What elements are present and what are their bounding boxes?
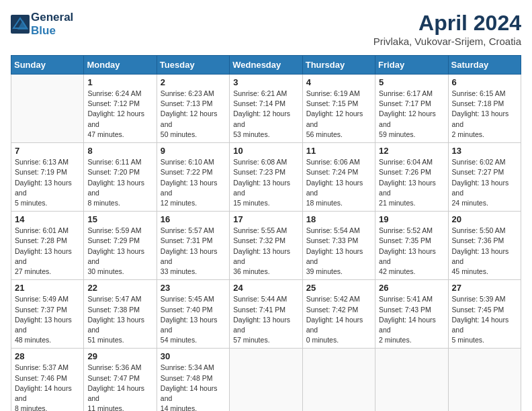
weekday-header-friday: Friday [375,56,448,75]
calendar-cell: 16Sunrise: 5:57 AMSunset: 7:31 PMDayligh… [157,212,229,280]
day-number: 16 [161,214,226,224]
day-detail: Sunrise: 5:44 AMSunset: 7:41 PMDaylight:… [233,294,298,345]
calendar-cell: 10Sunrise: 6:08 AMSunset: 7:23 PMDayligh… [230,143,302,212]
calendar-cell: 11Sunrise: 6:06 AMSunset: 7:24 PMDayligh… [302,143,375,212]
day-detail: Sunrise: 6:08 AMSunset: 7:23 PMDaylight:… [233,157,298,208]
day-detail: Sunrise: 6:11 AMSunset: 7:20 PMDaylight:… [87,157,152,208]
calendar-header-row: SundayMondayTuesdayWednesdayThursdayFrid… [11,56,521,75]
day-number: 18 [306,214,371,224]
day-number: 17 [233,214,298,224]
day-detail: Sunrise: 6:06 AMSunset: 7:24 PMDaylight:… [306,157,371,208]
calendar-cell [375,349,448,411]
day-detail: Sunrise: 6:02 AMSunset: 7:27 PMDaylight:… [452,157,517,208]
weekday-header-saturday: Saturday [448,56,521,75]
logo-text: General Blue [31,11,73,37]
page-header: General Blue April 2024 Privlaka, Vukova… [11,11,521,47]
weekday-header-wednesday: Wednesday [230,56,302,75]
day-detail: Sunrise: 5:41 AMSunset: 7:43 PMDaylight:… [379,294,444,345]
day-number: 21 [15,283,80,293]
title-section: April 2024 Privlaka, Vukovar-Srijem, Cro… [373,11,521,47]
day-detail: Sunrise: 5:37 AMSunset: 7:46 PMDaylight:… [15,363,80,411]
day-number: 25 [306,283,371,293]
calendar-cell: 5Sunrise: 6:17 AMSunset: 7:17 PMDaylight… [375,75,448,143]
calendar-week-row: 21Sunrise: 5:49 AMSunset: 7:37 PMDayligh… [11,280,521,349]
day-number: 28 [15,351,80,361]
day-detail: Sunrise: 6:13 AMSunset: 7:19 PMDaylight:… [15,157,80,208]
calendar-cell: 29Sunrise: 5:36 AMSunset: 7:47 PMDayligh… [84,349,157,411]
day-number: 29 [87,351,152,361]
calendar-table: SundayMondayTuesdayWednesdayThursdayFrid… [11,55,521,411]
day-detail: Sunrise: 6:17 AMSunset: 7:17 PMDaylight:… [379,89,444,140]
day-detail: Sunrise: 5:54 AMSunset: 7:33 PMDaylight:… [306,226,371,277]
calendar-week-row: 7Sunrise: 6:13 AMSunset: 7:19 PMDaylight… [11,143,521,212]
day-detail: Sunrise: 5:34 AMSunset: 7:48 PMDaylight:… [161,363,226,411]
weekday-header-monday: Monday [84,56,157,75]
month-title: April 2024 [373,11,521,36]
calendar-cell: 9Sunrise: 6:10 AMSunset: 7:22 PMDaylight… [157,143,229,212]
day-detail: Sunrise: 6:15 AMSunset: 7:18 PMDaylight:… [452,89,517,140]
day-number: 12 [379,146,444,156]
logo-icon [11,15,30,34]
day-detail: Sunrise: 5:39 AMSunset: 7:45 PMDaylight:… [452,294,517,345]
day-detail: Sunrise: 5:45 AMSunset: 7:40 PMDaylight:… [161,294,226,345]
day-detail: Sunrise: 6:21 AMSunset: 7:14 PMDaylight:… [233,89,298,140]
calendar-cell: 26Sunrise: 5:41 AMSunset: 7:43 PMDayligh… [375,280,448,349]
day-number: 6 [452,77,517,87]
calendar-cell: 24Sunrise: 5:44 AMSunset: 7:41 PMDayligh… [230,280,302,349]
day-number: 19 [379,214,444,224]
day-detail: Sunrise: 5:55 AMSunset: 7:32 PMDaylight:… [233,226,298,277]
day-detail: Sunrise: 5:42 AMSunset: 7:42 PMDaylight:… [306,294,371,345]
calendar-week-row: 1Sunrise: 6:24 AMSunset: 7:12 PMDaylight… [11,75,521,143]
calendar-cell: 23Sunrise: 5:45 AMSunset: 7:40 PMDayligh… [157,280,229,349]
day-number: 4 [306,77,371,87]
day-number: 26 [379,283,444,293]
day-number: 11 [306,146,371,156]
day-number: 8 [87,146,152,156]
day-number: 7 [15,146,80,156]
day-number: 24 [233,283,298,293]
weekday-header-sunday: Sunday [11,56,84,75]
day-detail: Sunrise: 5:57 AMSunset: 7:31 PMDaylight:… [161,226,226,277]
day-number: 10 [233,146,298,156]
calendar-cell: 20Sunrise: 5:50 AMSunset: 7:36 PMDayligh… [448,212,521,280]
calendar-cell: 17Sunrise: 5:55 AMSunset: 7:32 PMDayligh… [230,212,302,280]
day-detail: Sunrise: 6:01 AMSunset: 7:28 PMDaylight:… [15,226,80,277]
calendar-cell: 3Sunrise: 6:21 AMSunset: 7:14 PMDaylight… [230,75,302,143]
day-detail: Sunrise: 5:47 AMSunset: 7:38 PMDaylight:… [87,294,152,345]
day-number: 13 [452,146,517,156]
day-detail: Sunrise: 6:23 AMSunset: 7:13 PMDaylight:… [161,89,226,140]
day-detail: Sunrise: 5:49 AMSunset: 7:37 PMDaylight:… [15,294,80,345]
calendar-cell: 8Sunrise: 6:11 AMSunset: 7:20 PMDaylight… [84,143,157,212]
calendar-cell [448,349,521,411]
day-number: 9 [161,146,226,156]
day-detail: Sunrise: 6:04 AMSunset: 7:26 PMDaylight:… [379,157,444,208]
calendar-cell: 13Sunrise: 6:02 AMSunset: 7:27 PMDayligh… [448,143,521,212]
day-detail: Sunrise: 5:36 AMSunset: 7:47 PMDaylight:… [87,363,152,411]
calendar-cell: 28Sunrise: 5:37 AMSunset: 7:46 PMDayligh… [11,349,84,411]
calendar-cell: 6Sunrise: 6:15 AMSunset: 7:18 PMDaylight… [448,75,521,143]
day-number: 14 [15,214,80,224]
logo-blue: Blue [31,24,56,37]
calendar-cell: 2Sunrise: 6:23 AMSunset: 7:13 PMDaylight… [157,75,229,143]
day-number: 5 [379,77,444,87]
day-detail: Sunrise: 6:19 AMSunset: 7:15 PMDaylight:… [306,89,371,140]
calendar-cell: 22Sunrise: 5:47 AMSunset: 7:38 PMDayligh… [84,280,157,349]
calendar-cell: 18Sunrise: 5:54 AMSunset: 7:33 PMDayligh… [302,212,375,280]
day-number: 27 [452,283,517,293]
weekday-header-tuesday: Tuesday [157,56,229,75]
calendar-cell: 30Sunrise: 5:34 AMSunset: 7:48 PMDayligh… [157,349,229,411]
day-detail: Sunrise: 6:24 AMSunset: 7:12 PMDaylight:… [87,89,152,140]
day-number: 3 [233,77,298,87]
calendar-cell: 7Sunrise: 6:13 AMSunset: 7:19 PMDaylight… [11,143,84,212]
weekday-header-thursday: Thursday [302,56,375,75]
calendar-cell: 21Sunrise: 5:49 AMSunset: 7:37 PMDayligh… [11,280,84,349]
calendar-cell: 4Sunrise: 6:19 AMSunset: 7:15 PMDaylight… [302,75,375,143]
calendar-cell: 27Sunrise: 5:39 AMSunset: 7:45 PMDayligh… [448,280,521,349]
day-number: 30 [161,351,226,361]
calendar-cell: 19Sunrise: 5:52 AMSunset: 7:35 PMDayligh… [375,212,448,280]
day-number: 1 [87,77,152,87]
day-detail: Sunrise: 6:10 AMSunset: 7:22 PMDaylight:… [161,157,226,208]
day-number: 23 [161,283,226,293]
calendar-cell: 1Sunrise: 6:24 AMSunset: 7:12 PMDaylight… [84,75,157,143]
day-number: 2 [161,77,226,87]
